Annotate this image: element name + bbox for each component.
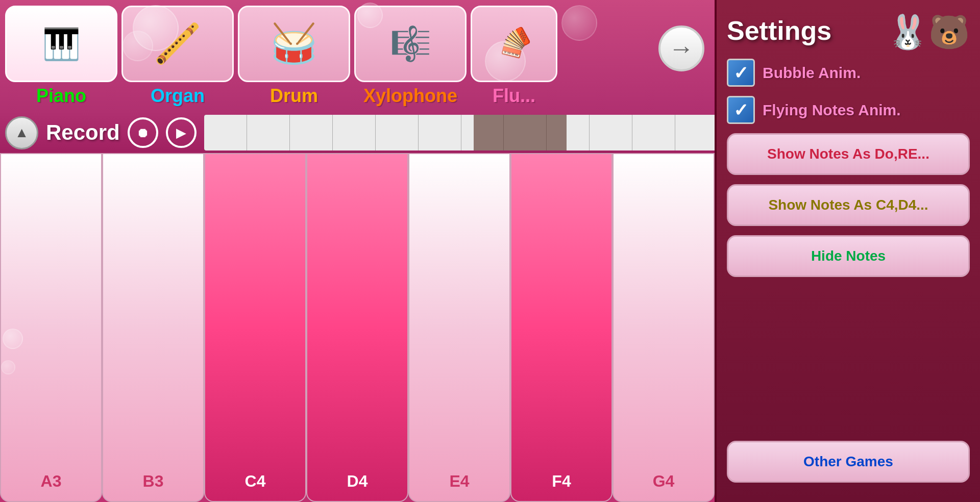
mini-key: [590, 115, 632, 150]
instrument-card-xylophone[interactable]: 🎼: [354, 6, 467, 82]
instrument-piano[interactable]: 🎹 Piano: [5, 6, 117, 107]
instrument-card-flute[interactable]: 🪗: [471, 6, 557, 82]
key-label-e4: E4: [449, 472, 469, 491]
settings-top-row: Settings 🐰🐻: [727, 10, 970, 56]
next-instrument-button[interactable]: →: [658, 26, 704, 71]
keyboard-area: A3 B3 C4 D4 E4 F4 G4: [0, 153, 715, 502]
show-notes-c4-button[interactable]: Show Notes As C4,D4...: [727, 184, 970, 226]
key-label-d4: D4: [347, 472, 368, 491]
mini-key: [419, 115, 461, 150]
other-games-button[interactable]: Other Games: [727, 441, 970, 483]
instrument-card-organ[interactable]: 🪈: [121, 6, 234, 82]
instrument-card-drum[interactable]: 🥁: [238, 6, 350, 82]
arrow-right-icon: →: [669, 34, 694, 63]
show-notes-do-re-label: Show Notes As Do,RE...: [767, 146, 929, 162]
flying-notes-checkbox[interactable]: ✓: [727, 96, 755, 124]
flying-notes-check-icon: ✓: [733, 101, 748, 119]
instrument-xylophone[interactable]: 🎼 Xylophone: [354, 6, 467, 107]
key-d4[interactable]: D4: [306, 153, 408, 502]
flute-icon: 🪗: [491, 21, 537, 67]
flying-notes-row: ✓ Flying Notes Anim.: [727, 96, 970, 124]
key-label-c4: C4: [245, 472, 266, 491]
key-label-g4: G4: [653, 472, 675, 491]
bubble-anim-label: Bubble Anim.: [763, 64, 861, 82]
key-label-f4: F4: [552, 472, 571, 491]
mini-key: [376, 115, 419, 150]
bubble-anim-row: ✓ Bubble Anim.: [727, 59, 970, 87]
play-icon: ▶: [176, 125, 186, 141]
bubble-anim-checkbox[interactable]: ✓: [727, 59, 755, 87]
mini-key: [204, 115, 247, 150]
key-e4[interactable]: E4: [408, 153, 510, 502]
keyboard-highlight: [474, 115, 566, 150]
instrument-flute[interactable]: 🪗 Flu...: [471, 6, 557, 107]
key-label-b3: B3: [143, 472, 164, 491]
show-notes-do-re-button[interactable]: Show Notes As Do,RE...: [727, 133, 970, 175]
xylophone-icon: 🎼: [390, 24, 431, 63]
mini-key: [247, 115, 290, 150]
mini-key: [290, 115, 333, 150]
key-a3[interactable]: A3: [0, 153, 102, 502]
organ-label: Organ: [151, 85, 205, 107]
drum-icon: 🥁: [270, 21, 318, 66]
key-g4[interactable]: G4: [612, 153, 715, 502]
key-label-a3: A3: [41, 472, 62, 491]
hide-notes-label: Hide Notes: [811, 248, 886, 264]
drum-label: Drum: [270, 85, 318, 107]
upload-icon: ▲: [15, 124, 29, 141]
mini-key: [675, 115, 718, 150]
play-button[interactable]: ▶: [166, 117, 197, 148]
bubble-5: [561, 5, 597, 41]
bubble-anim-check-icon: ✓: [733, 64, 748, 82]
piano-icon: 🎹: [42, 26, 81, 62]
settings-panel: Settings 🐰🐻 ✓ Bubble Anim. ✓ Flying Note…: [715, 0, 980, 502]
piano-label: Piano: [36, 85, 86, 107]
show-notes-c4-label: Show Notes As C4,D4...: [768, 197, 928, 213]
piano-keys-container: A3 B3 C4 D4 E4 F4 G4: [0, 153, 715, 502]
key-b3[interactable]: B3: [102, 153, 204, 502]
mini-key: [632, 115, 675, 150]
animals-decoration-icon: 🐰🐻: [887, 13, 970, 52]
upload-button[interactable]: ▲: [5, 116, 38, 149]
hide-notes-button[interactable]: Hide Notes: [727, 235, 970, 277]
instrument-organ[interactable]: 🪈 Organ: [121, 6, 234, 107]
record-icon: ⏺: [136, 125, 150, 141]
instrument-card-piano[interactable]: 🎹: [5, 6, 117, 82]
settings-title: Settings: [727, 15, 831, 46]
instrument-drum[interactable]: 🥁 Drum: [238, 6, 350, 107]
mini-key: [333, 115, 376, 150]
other-games-label: Other Games: [803, 454, 893, 469]
record-button[interactable]: ⏺: [128, 117, 158, 148]
key-f4[interactable]: F4: [510, 153, 612, 502]
flute-label: Flu...: [493, 85, 535, 107]
organ-icon: 🪈: [154, 21, 202, 66]
record-label: Record: [46, 120, 120, 145]
xylophone-label: Xylophone: [363, 85, 457, 107]
key-c4[interactable]: C4: [204, 153, 306, 502]
flying-notes-label: Flying Notes Anim.: [763, 102, 901, 119]
